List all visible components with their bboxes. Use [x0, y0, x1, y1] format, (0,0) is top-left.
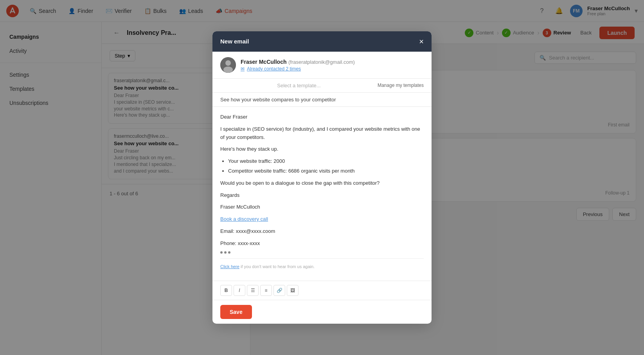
body-link: Book a discovery call: [220, 215, 424, 223]
italic-button[interactable]: I: [234, 285, 245, 296]
svg-point-2: [225, 60, 231, 66]
link-button[interactable]: 🔗: [273, 285, 285, 296]
modal-footer: Save: [212, 300, 432, 324]
body-para2: Here's how they stack up.: [220, 145, 424, 153]
ordered-list-button[interactable]: ≡: [260, 285, 272, 296]
bullet-list-button[interactable]: ☰: [247, 285, 259, 296]
three-dots: [220, 251, 424, 254]
contact-info: Fraser McCulloch (fraseratplatonik@gmail…: [241, 58, 424, 72]
modal-body: Dear Fraser I specialize in (SEO service…: [212, 107, 432, 281]
body-bullet1: Your website traffic: 2000: [228, 157, 424, 166]
body-greeting: Dear Fraser: [220, 113, 424, 121]
contact-name-text: Fraser McCulloch (fraseratplatonik@gmail…: [241, 58, 424, 65]
template-select-dropdown[interactable]: Select a template...: [220, 83, 378, 88]
contact-avatar: [220, 57, 236, 73]
image-button[interactable]: 🖼: [287, 285, 299, 296]
body-sign1: Regards: [220, 191, 424, 200]
contacted-badge[interactable]: ✉ Already contacted 2 times: [241, 66, 424, 72]
modal-header: New email ×: [212, 31, 432, 52]
modal-title: New email: [220, 38, 249, 45]
svg-point-3: [223, 67, 233, 73]
discovery-call-link[interactable]: Book a discovery call: [220, 216, 268, 222]
modal-template-bar: Select a template... Manage my templates: [212, 79, 432, 93]
modal-overlay[interactable]: New email × Fraser McCulloch (fraseratpl…: [0, 0, 644, 355]
body-para1: I specialize in (SEO service) for (indus…: [220, 125, 424, 142]
body-email-line: Email: xxxx@xxxx.coom: [220, 227, 424, 236]
save-button[interactable]: Save: [220, 305, 252, 319]
modal-contact: Fraser McCulloch (fraseratplatonik@gmail…: [212, 52, 432, 79]
new-email-modal: New email × Fraser McCulloch (fraseratpl…: [212, 31, 432, 324]
modal-close-button[interactable]: ×: [419, 38, 424, 45]
modal-subject: See how your website compares to your co…: [212, 93, 432, 107]
body-bullet2: Competitor website traffic: 6686 organic…: [228, 167, 424, 175]
envelope-icon: ✉: [241, 66, 245, 72]
manage-templates-link[interactable]: Manage my templates: [378, 83, 424, 88]
body-bullets: Your website traffic: 2000 Competitor we…: [220, 157, 424, 175]
unsubscribe-divider: [220, 258, 424, 259]
unsubscribe-text: Click here if you don't want to hear fro…: [220, 263, 424, 270]
modal-toolbar: B I ☰ ≡ 🔗 🖼: [212, 281, 432, 300]
unsubscribe-link[interactable]: Click here: [220, 264, 239, 269]
bold-button[interactable]: B: [220, 285, 232, 296]
body-sign2: Fraser McCulloch: [220, 203, 424, 211]
body-para3: Would you be open to a dialogue to close…: [220, 179, 424, 187]
body-phone-line: Phone: xxxx-xxxx: [220, 240, 424, 248]
